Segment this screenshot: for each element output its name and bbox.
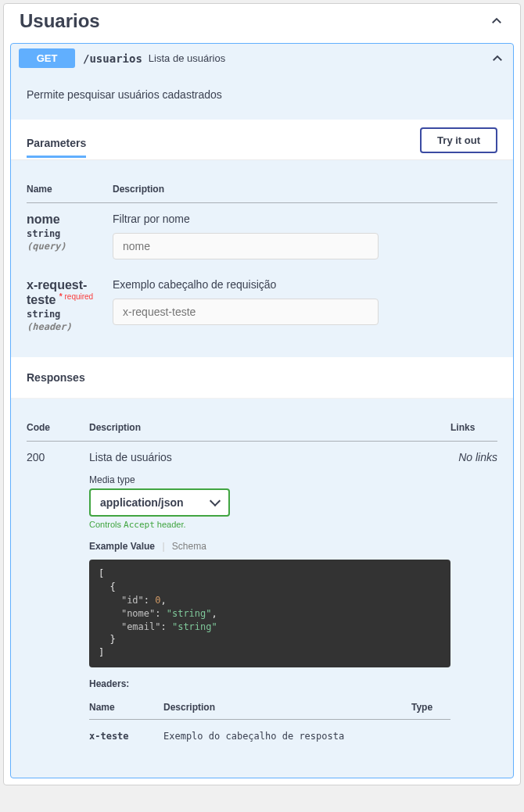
tab-schema[interactable]: Schema: [172, 541, 206, 552]
headers-label: Headers:: [89, 678, 450, 689]
param-in: (query): [27, 241, 113, 252]
col-code: Code: [27, 414, 89, 442]
media-type-label: Media type: [89, 474, 450, 485]
col-links: Links: [450, 414, 497, 442]
no-links: No links: [450, 442, 497, 762]
parameters-tab: Parameters: [27, 129, 86, 158]
try-it-out-button[interactable]: Try it out: [420, 127, 497, 153]
operation-path: /usuarios: [83, 52, 142, 65]
operation-summary: Lista de usuários: [149, 52, 225, 64]
operation-description: Permite pesquisar usuários cadastrados: [11, 73, 513, 120]
col-name: Name: [27, 176, 113, 203]
header-name: x-teste: [89, 719, 163, 753]
tab-example-value[interactable]: Example Value: [89, 541, 155, 552]
param-input[interactable]: [113, 299, 379, 325]
controls-accept-text: Controls Accept header.: [89, 520, 450, 530]
operation-body: Permite pesquisar usuários cadastrados P…: [11, 73, 513, 762]
param-in: (header): [27, 321, 113, 332]
header-description: Exemplo do cabeçalho de resposta: [163, 719, 411, 753]
response-description: Lista de usuários: [89, 451, 450, 463]
responses-heading: Responses: [11, 357, 513, 399]
param-description: Filtrar por nome: [113, 213, 497, 225]
tag-title: Usuarios: [20, 10, 100, 32]
header-type: [411, 719, 450, 753]
hcol-description: Description: [163, 696, 411, 720]
response-headers-table: Name Description Type x-testeExemplo do …: [89, 696, 450, 753]
param-input[interactable]: [113, 233, 379, 259]
param-type: string: [27, 228, 113, 239]
method-badge: GET: [19, 48, 75, 68]
param-name: x-request-teste required: [27, 278, 113, 307]
hcol-type: Type: [411, 696, 450, 720]
operation-header[interactable]: GET /usuarios Lista de usuários: [11, 44, 513, 73]
example-code-block: [ { "id": 0, "nome": "string", "email": …: [89, 560, 450, 667]
parameters-bar: Parameters Try it out: [11, 120, 513, 160]
tag-section: Usuarios GET /usuarios Lista de usuários…: [3, 3, 521, 785]
col-description: Description: [113, 176, 497, 203]
param-name: nome: [27, 213, 113, 227]
chevron-up-icon: [490, 51, 505, 66]
chevron-up-icon: [489, 13, 504, 29]
example-schema-tabs: Example Value | Schema: [89, 541, 450, 552]
media-type-select[interactable]: application/json: [89, 488, 230, 517]
response-code: 200: [27, 442, 89, 762]
param-description: Exemplo cabeçalho de requisição: [113, 278, 497, 291]
operation-block: GET /usuarios Lista de usuários Permite …: [10, 43, 514, 778]
tag-header[interactable]: Usuarios: [4, 4, 520, 43]
param-type: string: [27, 309, 113, 320]
responses-table: Code Description Links 200 Lista de usuá…: [27, 414, 497, 762]
col-description: Description: [89, 414, 450, 442]
hcol-name: Name: [89, 696, 163, 720]
parameters-table: Name Description nomestring(query)Filtra…: [27, 176, 497, 342]
